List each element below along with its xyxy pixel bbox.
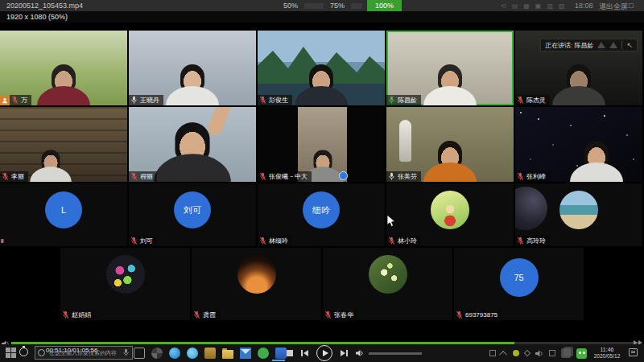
settings-icon[interactable]: ▦ <box>523 2 530 10</box>
ime-indicator[interactable] <box>561 348 571 358</box>
muted-mic-icon <box>193 311 200 319</box>
faded-label <box>304 3 324 9</box>
taskbar-clock[interactable]: 11:46 2020/05/12 <box>590 346 624 360</box>
search-mic-icon <box>122 348 130 357</box>
green-app-icon[interactable] <box>258 348 269 359</box>
video-tile-lili: 李丽 <box>0 107 127 182</box>
video-tile-wan: 万 <box>0 31 127 105</box>
next-button[interactable] <box>341 350 348 356</box>
volume-slider[interactable] <box>369 352 422 355</box>
participant-name-label: 高玲玲 <box>515 236 550 246</box>
muted-mic-icon <box>517 237 524 245</box>
speaking-indicator: 正在讲话: 陈昌龄 ↖ <box>540 39 638 51</box>
video-content[interactable]: 万 王晓丹 彭俊生 <box>0 23 644 342</box>
participant-name-label: 李丽 <box>0 171 28 182</box>
participant-silhouette <box>166 64 219 105</box>
zoom-controls: 50% 75% 100% <box>282 0 402 11</box>
task-view-icon[interactable] <box>134 348 145 359</box>
cortana-icon <box>38 349 45 356</box>
snapshot-icon[interactable]: ▤ <box>512 2 518 10</box>
mic-icon <box>388 172 395 181</box>
cat-avatar <box>237 255 276 294</box>
avatar-tile-gaolingling: 高玲玲 <box>515 183 642 246</box>
avatar-tile-li: L li <box>0 183 127 246</box>
briefcase-app-icon[interactable] <box>204 348 216 359</box>
seek-bar-row <box>0 336 644 344</box>
video-tile-zhanglifeng: 张利峰 <box>515 107 642 182</box>
action-center-icon[interactable] <box>629 348 638 356</box>
participant-name-label: 刘可 <box>129 236 157 246</box>
edge-browser-icon[interactable] <box>169 348 180 359</box>
zoom-75-button[interactable]: 75% <box>328 2 346 10</box>
video-tile-zhangmeifen: 张美芬 <box>386 107 514 182</box>
ie-browser-icon[interactable] <box>187 348 198 359</box>
start-button[interactable] <box>6 348 16 358</box>
muted-mic-icon <box>517 172 524 181</box>
participant-name-label: 林细吟 <box>258 236 292 246</box>
rotate-icon[interactable]: ⟲ <box>501 2 506 10</box>
initial-circle: L <box>45 191 82 228</box>
playback-clock-icon <box>19 348 28 356</box>
avatar-tile-linxiaoling: 林小玲 <box>386 183 514 246</box>
video-tile-pengjunsheng: 彭俊生 <box>258 31 385 105</box>
wechat-tray-icon[interactable] <box>576 348 587 359</box>
active-app-indicator <box>272 360 285 361</box>
playback-time: 00:51:10/01:05:56 <box>46 347 98 354</box>
participant-name-label: 张利峰 <box>515 171 550 182</box>
participant-name-label: 赵娟娟 <box>60 310 95 320</box>
participant-name-label: 陈杰灵 <box>515 95 550 105</box>
muted-mic-icon <box>130 172 138 181</box>
beach-avatar <box>559 191 598 229</box>
subtitle-icon[interactable]: ▧ <box>559 2 565 10</box>
avatar-tile-liuke: 刘可 刘可 <box>129 183 256 246</box>
participant-name-label: 龚霞 <box>192 310 220 320</box>
participant-silhouette <box>423 64 477 105</box>
cartoon-avatar <box>431 191 469 229</box>
tray-volume-icon[interactable] <box>535 350 543 357</box>
volume-icon[interactable] <box>356 349 365 357</box>
participant-name-label: 彭俊生 <box>258 95 292 105</box>
media-player-app-icon[interactable] <box>275 348 287 359</box>
divider <box>621 41 622 49</box>
participant-silhouette <box>423 141 477 182</box>
participant-silhouette <box>154 122 231 182</box>
participant-name-label: 陈昌龄 <box>386 95 421 105</box>
host-badge-icon <box>0 96 10 105</box>
participant-silhouette <box>570 141 623 182</box>
show-hidden-icons-chevron[interactable] <box>499 350 507 358</box>
fullscreen-icon[interactable] <box>629 3 634 8</box>
previous-button[interactable] <box>301 350 308 356</box>
participant-silhouette <box>37 64 90 105</box>
app-icon-pinwheel[interactable] <box>151 348 163 359</box>
muted-mic-icon <box>388 237 395 245</box>
mail-app-icon[interactable] <box>240 348 251 359</box>
file-name: 20200512_105453.mp4 <box>6 2 83 10</box>
tray-status-icon[interactable] <box>513 350 519 356</box>
starfield <box>520 112 522 113</box>
avatar-tile-zhangchunhua: 张春华 <box>323 248 452 320</box>
file-explorer-icon[interactable] <box>222 350 233 359</box>
header-time: 18:08 <box>575 2 593 10</box>
video-tile-chenchangling: 陈昌龄 <box>386 31 514 105</box>
participant-silhouette <box>552 64 605 105</box>
meeting-grid: 万 王晓丹 彭俊生 <box>0 31 644 322</box>
participant-name-label: 王晓丹 <box>129 95 163 105</box>
tray-icon[interactable] <box>549 350 555 356</box>
participant-name-label: 张美芬 <box>386 171 421 182</box>
stop-button[interactable] <box>287 350 293 356</box>
collapse-arrow-icon: ↖ <box>626 41 633 49</box>
participant-name-label: 张春华 <box>323 310 357 320</box>
play-button[interactable] <box>316 345 332 361</box>
zoom-100-button[interactable]: 100% <box>367 0 402 11</box>
resolution-text: 1920 x 1080 (50%) <box>6 13 68 21</box>
zoom-50-button[interactable]: 50% <box>282 2 299 10</box>
mouse-cursor <box>386 214 396 231</box>
grid-icon[interactable]: ▣ <box>535 2 542 10</box>
tray-icon[interactable] <box>489 350 496 356</box>
list-icon[interactable]: ▥ <box>547 2 553 10</box>
video-tile-wangxiaodan: 王晓丹 <box>129 31 256 105</box>
video-tile-chengli: 程丽 <box>129 107 256 182</box>
participant-name-label: 程丽 <box>129 171 157 182</box>
tray-icon[interactable] <box>524 350 530 356</box>
muted-mic-icon <box>517 96 524 105</box>
